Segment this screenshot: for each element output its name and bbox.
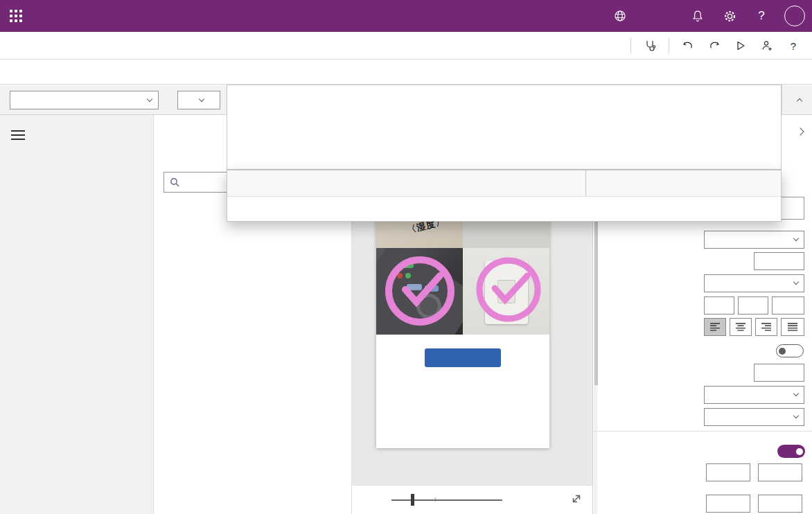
separator [630,38,631,53]
separator [669,38,669,53]
undo-icon[interactable] [675,35,701,57]
app-checker-icon[interactable] [637,35,663,57]
property-dropdown[interactable] [10,91,159,109]
zoom-out-button[interactable] [369,490,385,507]
align-left-button[interactable] [704,318,726,336]
panel-collapse-button[interactable] [793,126,803,136]
italic-button[interactable] [704,296,734,314]
left-nav-rail [0,115,154,514]
search-icon [170,177,179,187]
auto-height-row [593,342,812,360]
chevron-down-icon [793,279,799,285]
alignment-row [593,317,812,336]
avatar[interactable] [784,6,805,26]
share-icon[interactable] [754,35,780,57]
chevron-down-icon [793,236,799,241]
help-icon[interactable]: ? [745,0,777,32]
fit-to-window-icon[interactable] [570,492,583,506]
photo-remote-control[interactable] [376,248,463,335]
position-y-input[interactable] [758,463,802,481]
environment-icon [613,9,627,23]
visible-row [593,442,812,461]
overflow-dropdown[interactable] [704,386,804,404]
display-mode-row [593,407,812,426]
align-justify-button[interactable] [781,318,804,336]
font-size-row [593,251,812,270]
chevron-down-icon [793,391,799,396]
redo-icon[interactable] [701,35,727,57]
photo-light-switch[interactable] [463,248,549,335]
chevron-up-icon [797,98,802,103]
waffle-menu-icon[interactable] [10,10,22,22]
menubar-help-icon[interactable]: ? [780,35,806,57]
zoom-bar: + [352,485,592,514]
font-weight-dropdown[interactable] [704,274,804,292]
chevron-down-icon [198,96,204,102]
auto-height-toggle[interactable] [776,344,804,357]
section-divider [593,431,812,432]
size-width-input[interactable] [706,495,750,513]
formula-result-popup [227,170,782,222]
line-height-input[interactable] [754,364,804,382]
align-center-button[interactable] [730,318,752,336]
position-x-input[interactable] [706,463,750,481]
menubar: ? [0,32,812,60]
preview-play-icon[interactable] [727,35,754,57]
font-weight-row [593,274,812,292]
chevron-right-icon [796,127,804,135]
formula-editor[interactable] [227,85,782,170]
formula-bar-collapse-button[interactable] [782,85,812,115]
size-row [593,494,812,513]
zoom-slider-handle[interactable] [411,494,414,506]
overflow-row [593,385,812,404]
zoom-in-button[interactable] [507,490,524,507]
chevron-down-icon [793,413,799,418]
insert-toolbar [0,60,812,85]
zoom-100-tick: + [433,496,438,504]
zoom-slider-track[interactable] [391,499,502,501]
power-apps-studio: ? [0,0,812,514]
position-row [593,463,812,481]
size-height-input[interactable] [758,495,802,513]
clear-button[interactable] [425,348,501,367]
app-header: ? [0,0,812,32]
settings-gear-icon[interactable] [714,0,745,32]
align-right-button[interactable] [755,318,777,336]
font-dropdown[interactable] [704,231,804,249]
environment-picker[interactable] [613,9,633,23]
font-row [593,230,812,249]
underline-button[interactable] [738,296,768,314]
visible-toggle[interactable] [777,445,805,458]
font-style-row [593,296,812,314]
strikethrough-button[interactable] [772,296,804,314]
font-size-input[interactable] [754,252,804,270]
chevron-down-icon [147,96,152,102]
line-height-row [593,363,812,382]
hamburger-menu-icon[interactable] [11,127,25,143]
fx-button[interactable] [177,91,220,109]
notifications-bell-icon[interactable] [682,0,714,32]
display-mode-dropdown[interactable] [704,408,804,426]
